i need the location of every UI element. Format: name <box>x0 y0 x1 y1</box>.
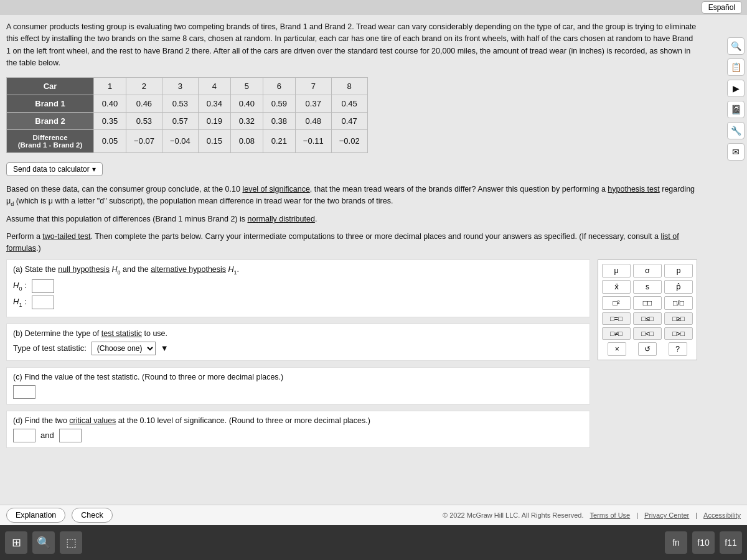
brand1-val-6: 0.59 <box>263 95 295 112</box>
body-text-1: Based on these data, can the consumer gr… <box>6 184 697 209</box>
espanol-button[interactable]: Español <box>702 1 742 14</box>
phat-button[interactable]: p̂ <box>664 280 693 294</box>
send-data-button[interactable]: Send data to calculator ▾ <box>6 162 103 176</box>
sidebar-icon-3[interactable]: ▶ <box>727 80 745 97</box>
gt-button[interactable]: □>□ <box>664 327 693 340</box>
problem-text: A consumer products testing group is eva… <box>6 21 697 70</box>
brand1-row-header: Brand 1 <box>7 95 94 112</box>
leq-button[interactable]: □≤□ <box>633 312 662 325</box>
table-col-7: 7 <box>295 77 331 95</box>
times-button[interactable]: × <box>608 342 626 356</box>
square-button[interactable]: □² <box>602 296 631 310</box>
bottom-bar: Explanation Check © 2022 McGraw Hill LLC… <box>0 505 747 525</box>
separator2: | <box>695 511 697 519</box>
test-statistic-select[interactable]: (Choose one) z t χ² F <box>92 342 156 355</box>
fraction-button[interactable]: □/□ <box>664 296 693 310</box>
brand2-val-7: 0.48 <box>295 112 331 129</box>
sigma-button[interactable]: σ <box>633 264 662 278</box>
taskbar-app2-icon[interactable]: f10 <box>692 531 715 554</box>
brand2-val-8: 0.47 <box>331 112 367 129</box>
questions-section: (a) State the null hypothesis H0 and the… <box>6 259 697 454</box>
box-button[interactable]: □□ <box>633 296 662 310</box>
symbol-row-1: μ σ p <box>602 264 693 278</box>
brand1-val-2: 0.46 <box>126 95 162 112</box>
privacy-link[interactable]: Privacy Center <box>644 511 689 519</box>
questions-main: (a) State the null hypothesis H0 and the… <box>6 259 590 454</box>
sidebar-icon-2[interactable]: 📋 <box>727 58 745 76</box>
question-part-d: (d) Find the two critical values at the … <box>6 411 590 448</box>
table-col-4: 4 <box>198 77 230 95</box>
neq-button[interactable]: □≠□ <box>602 327 631 340</box>
relation-row-2: □≠□ □<□ □>□ <box>602 327 693 340</box>
taskbar-search-icon[interactable]: 🔍 <box>32 531 55 554</box>
test-statistic-input[interactable] <box>13 385 35 399</box>
taskbar-app1-icon[interactable]: fn <box>665 531 687 554</box>
h1-line: H1 : <box>13 296 583 309</box>
help-button[interactable]: ? <box>669 342 687 356</box>
part-b-label: (b) Determine the type of test statistic… <box>13 329 583 338</box>
lt-button[interactable]: □<□ <box>633 327 662 340</box>
table-col-3: 3 <box>162 77 198 95</box>
question-part-a: (a) State the null hypothesis H0 and the… <box>6 259 590 317</box>
brand1-val-7: 0.37 <box>295 95 331 112</box>
brand2-val-2: 0.53 <box>126 112 162 129</box>
chevron-down-icon: ▾ <box>92 165 96 174</box>
brand2-val-1: 0.35 <box>94 112 126 129</box>
critical-values-row: and <box>13 429 583 442</box>
accessibility-link[interactable]: Accessibility <box>703 511 741 519</box>
part-a-label: (a) State the null hypothesis H0 and the… <box>13 265 583 276</box>
taskbar-windows-icon[interactable]: ⊞ <box>5 531 27 554</box>
brand2-val-6: 0.38 <box>263 112 295 129</box>
eq-button[interactable]: □=□ <box>602 312 631 325</box>
xbar-button[interactable]: x̄ <box>602 280 631 294</box>
main-content: A consumer products testing group is eva… <box>0 15 722 460</box>
taskbar-app3-icon[interactable]: f11 <box>720 531 742 554</box>
data-table: Car 1 2 3 4 5 6 7 8 Brand 1 0.40 0.46 0.… <box>6 77 368 153</box>
diff-val-2: −0.07 <box>126 129 162 152</box>
test-statistic-row: Type of test statistic: (Choose one) z t… <box>13 342 583 355</box>
terms-link[interactable]: Terms of Use <box>590 511 630 519</box>
brand2-val-5: 0.32 <box>230 112 263 129</box>
symbol-row-3: □² □□ □/□ <box>602 296 693 310</box>
brand1-val-3: 0.53 <box>162 95 198 112</box>
part-d-label: (d) Find the two critical values at the … <box>13 416 583 425</box>
and-label: and <box>40 431 54 440</box>
table-col-6: 6 <box>263 77 295 95</box>
sidebar-icon-4[interactable]: 📓 <box>727 101 745 118</box>
sidebar-icon-5[interactable]: 🔧 <box>727 122 745 139</box>
brand2-row-header: Brand 2 <box>7 112 94 129</box>
symbol-panel: μ σ p x̄ s p̂ □² □□ □/□ □=□ □≤□ □≥□ □≠□ <box>598 259 697 360</box>
h0-input[interactable] <box>32 279 54 293</box>
body-text-2: Assume that this population of differenc… <box>6 213 697 225</box>
brand1-val-1: 0.40 <box>94 95 126 112</box>
dropdown-arrow-icon: ▼ <box>161 343 169 353</box>
mu-button[interactable]: μ <box>602 264 631 278</box>
diff-val-6: 0.21 <box>263 129 295 152</box>
diff-val-5: 0.08 <box>230 129 263 152</box>
separator1: | <box>636 511 638 519</box>
question-part-c: (c) Find the value of the test statistic… <box>6 367 590 404</box>
table-col-5: 5 <box>230 77 263 95</box>
sidebar-icon-1[interactable]: 🔍 <box>727 37 745 55</box>
geq-button[interactable]: □≥□ <box>664 312 693 325</box>
critical-value-1-input[interactable] <box>13 429 35 442</box>
undo-button[interactable]: ↺ <box>638 342 657 356</box>
brand1-val-8: 0.45 <box>331 95 367 112</box>
diff-val-7: −0.11 <box>295 129 331 152</box>
h0-symbol: H0 : <box>13 281 27 292</box>
critical-value-2-input[interactable] <box>59 429 82 442</box>
sidebar-icon-6[interactable]: ✉ <box>727 143 745 161</box>
right-sidebar: 🔍 📋 ▶ 📓 🔧 ✉ <box>727 37 745 161</box>
diff-val-8: −0.02 <box>331 129 367 152</box>
explanation-button[interactable]: Explanation <box>6 508 65 523</box>
taskbar: ⊞ 🔍 ⬚ fn f10 f11 <box>0 525 747 560</box>
s-button[interactable]: s <box>633 280 662 294</box>
diff-val-3: −0.04 <box>162 129 198 152</box>
top-bar: Español <box>0 0 747 15</box>
part-c-label: (c) Find the value of the test statistic… <box>13 373 583 381</box>
taskbar-taskview-icon[interactable]: ⬚ <box>60 531 82 554</box>
h1-input[interactable] <box>32 296 54 309</box>
p-button[interactable]: p <box>664 264 693 278</box>
check-button[interactable]: Check <box>72 508 112 523</box>
question-part-b: (b) Determine the type of test statistic… <box>6 324 590 361</box>
